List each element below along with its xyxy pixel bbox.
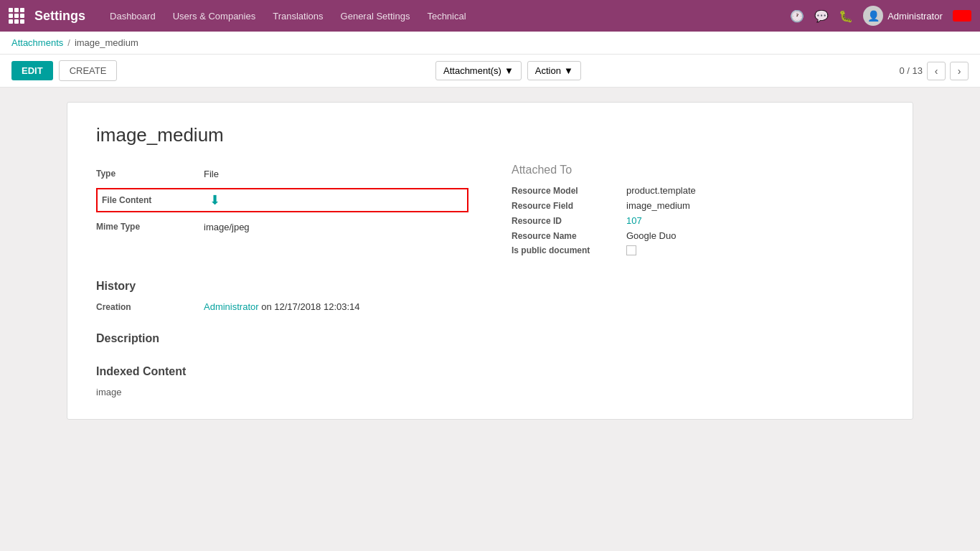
creation-value: Administrator on 12/17/2018 12:03:14	[204, 301, 360, 312]
is-public-row: Is public document	[512, 245, 884, 255]
red-badge	[953, 10, 971, 22]
breadcrumb-parent[interactable]: Attachments	[11, 37, 63, 48]
resource-name-label: Resource Name	[512, 231, 626, 241]
resource-model-label: Resource Model	[512, 186, 626, 196]
is-public-checkbox[interactable]	[626, 245, 636, 255]
download-icon[interactable]: ⬇	[209, 192, 220, 208]
resource-name-row: Resource Name Google Duo	[512, 230, 884, 241]
resource-id-value[interactable]: 107	[626, 215, 642, 226]
record-card: image_medium Type File File Content ⬇ Mi…	[67, 102, 913, 420]
pagination: 0 / 13	[899, 65, 923, 76]
attachments-dropdown[interactable]: Attachment(s) ▼	[435, 61, 522, 80]
nav-technical[interactable]: Technical	[420, 6, 473, 26]
chevron-down-icon: ▼	[564, 65, 573, 76]
resource-id-row: Resource ID 107	[512, 215, 884, 226]
nav-translations[interactable]: Translations	[265, 6, 330, 26]
action-dropdown[interactable]: Action ▼	[527, 61, 581, 80]
top-nav: Dashboard Users & Companies Translations…	[103, 6, 787, 26]
creation-user[interactable]: Administrator	[204, 301, 259, 312]
creation-label: Creation	[96, 302, 204, 312]
indexed-value: image	[96, 387, 884, 397]
form-left: Type File File Content ⬇ Mime Type image…	[96, 164, 468, 260]
nav-dashboard[interactable]: Dashboard	[103, 6, 163, 26]
description-heading: Description	[96, 332, 884, 345]
next-button[interactable]: ›	[950, 62, 969, 80]
bug-icon[interactable]: 🐛	[839, 9, 853, 23]
attached-to-heading: Attached To	[512, 164, 884, 176]
type-label: Type	[96, 169, 204, 179]
resource-field-row: Resource Field image_medium	[512, 200, 884, 211]
create-button[interactable]: CREATE	[59, 60, 118, 81]
chevron-down-icon: ▼	[504, 65, 514, 76]
topbar: Settings Dashboard Users & Companies Tra…	[0, 0, 980, 32]
toolbar-right: 0 / 13 ‹ ›	[899, 62, 969, 80]
breadcrumb-separator: /	[67, 37, 70, 48]
history-section: History Creation Administrator on 12/17/…	[96, 280, 884, 312]
clock-icon[interactable]: 🕐	[790, 9, 804, 23]
breadcrumb-current: image_medium	[75, 37, 138, 48]
topbar-right: 🕐 💬 🐛 👤 Administrator	[790, 6, 971, 26]
apps-menu-button[interactable]	[9, 8, 24, 24]
is-public-label: Is public document	[512, 245, 626, 255]
file-content-field-row: File Content ⬇	[96, 188, 468, 212]
edit-button[interactable]: EDIT	[11, 61, 53, 80]
type-value: File	[204, 169, 219, 179]
toolbar: EDIT CREATE Attachment(s) ▼ Action ▼ 0 /…	[0, 55, 980, 88]
creation-row: Creation Administrator on 12/17/2018 12:…	[96, 301, 884, 312]
record-title: image_medium	[96, 124, 884, 146]
resource-field-value: image_medium	[626, 200, 690, 211]
type-field-row: Type File	[96, 164, 468, 184]
resource-field-label: Resource Field	[512, 201, 626, 211]
user-menu[interactable]: 👤 Administrator	[863, 6, 943, 26]
attached-to-section: Attached To Resource Model product.templ…	[512, 164, 884, 260]
breadcrumb: Attachments / image_medium	[0, 32, 980, 55]
main-content: image_medium Type File File Content ⬇ Mi…	[0, 88, 980, 434]
mime-type-value: image/jpeg	[204, 222, 250, 232]
resource-model-value: product.template	[626, 185, 696, 196]
toolbar-center: Attachment(s) ▼ Action ▼	[123, 61, 893, 80]
resource-name-value: Google Duo	[626, 230, 676, 241]
indexed-content-section: Indexed Content image	[96, 365, 884, 397]
form-section: Type File File Content ⬇ Mime Type image…	[96, 164, 884, 260]
indexed-heading: Indexed Content	[96, 365, 884, 378]
nav-users-companies[interactable]: Users & Companies	[166, 6, 263, 26]
user-name: Administrator	[887, 11, 943, 22]
resource-id-label: Resource ID	[512, 216, 626, 226]
mime-type-field-row: Mime Type image/jpeg	[96, 217, 468, 237]
prev-button[interactable]: ‹	[927, 62, 946, 80]
file-content-label: File Content	[102, 195, 209, 205]
description-section: Description	[96, 332, 884, 345]
resource-model-row: Resource Model product.template	[512, 185, 884, 196]
chat-icon[interactable]: 💬	[814, 9, 829, 23]
nav-general-settings[interactable]: General Settings	[334, 6, 418, 26]
avatar: 👤	[863, 6, 883, 26]
app-title: Settings	[34, 9, 85, 24]
creation-date: on 12/17/2018 12:03:14	[259, 301, 360, 312]
history-heading: History	[96, 280, 884, 293]
mime-type-label: Mime Type	[96, 222, 204, 232]
